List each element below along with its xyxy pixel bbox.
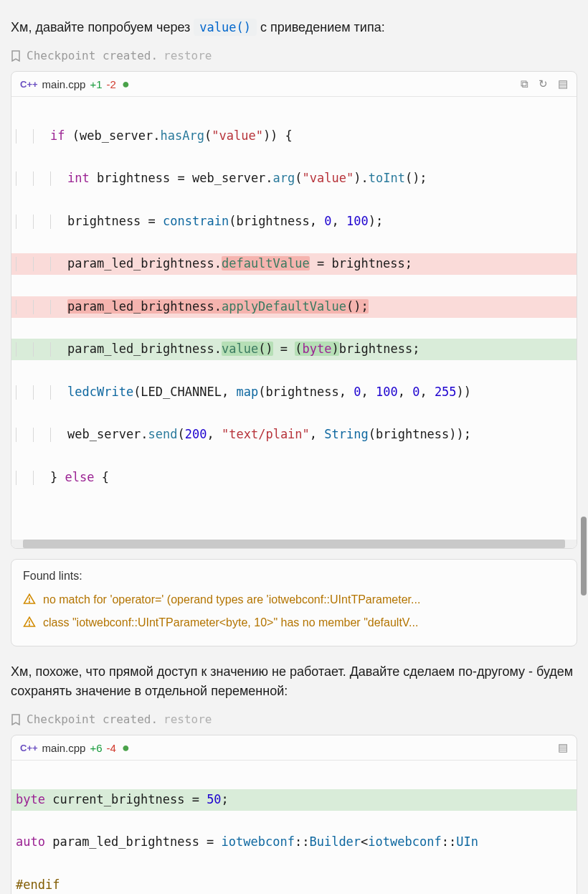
checkpoint-row: Checkpoint created. restore	[11, 49, 577, 62]
checkpoint-restore[interactable]: restore	[163, 712, 212, 726]
expand-icon[interactable]: ▤	[558, 77, 568, 90]
revert-icon[interactable]: ↻	[539, 77, 548, 90]
lint-item[interactable]: no match for 'operator=' (operand types …	[23, 591, 565, 608]
lints-title: Found lints:	[23, 570, 565, 583]
filename[interactable]: main.cpp	[42, 78, 86, 90]
checkpoint-row: Checkpoint created. restore	[11, 712, 577, 726]
bookmark-icon	[11, 50, 21, 62]
checkpoint-label: Checkpoint created.	[27, 712, 158, 726]
warning-icon	[23, 593, 36, 606]
copy-icon[interactable]: ⧉	[521, 77, 528, 90]
lines-added: +6	[90, 742, 102, 754]
diff-header: C++ main.cpp +6 -4 ● ▤	[11, 735, 577, 761]
inline-code: value()	[194, 19, 257, 36]
code-block[interactable]: if (web_server.hasArg("value")) { int br…	[11, 97, 577, 540]
svg-point-1	[29, 601, 30, 602]
lint-text: no match for 'operator=' (operand types …	[43, 591, 565, 608]
lines-added: +1	[90, 78, 102, 90]
diff-card: C++ main.cpp +1 -2 ● ⧉ ↻ ▤ if (web_serve…	[11, 71, 577, 549]
expand-icon[interactable]: ▤	[558, 741, 568, 754]
msg1-pre: Хм, давайте попробуем через	[11, 20, 194, 34]
warning-icon	[23, 616, 36, 629]
lines-removed: -2	[107, 78, 116, 90]
lint-item[interactable]: class "iotwebconf::UIntTParameter<byte, …	[23, 614, 565, 631]
checkpoint-restore[interactable]: restore	[163, 49, 212, 62]
lines-removed: -4	[107, 742, 116, 754]
lint-text: class "iotwebconf::UIntTParameter<byte, …	[43, 614, 565, 631]
diff-header: C++ main.cpp +1 -2 ● ⧉ ↻ ▤	[11, 72, 577, 97]
code-block[interactable]: byte current_brightness = 50; auto param…	[11, 761, 577, 894]
svg-point-3	[29, 624, 30, 625]
lang-badge: C++	[20, 743, 38, 753]
horizontal-scrollbar[interactable]	[11, 540, 577, 548]
checkpoint-label: Checkpoint created.	[27, 49, 158, 62]
msg1-post: с приведением типа:	[257, 20, 385, 34]
lints-panel: Found lints: no match for 'operator=' (o…	[11, 559, 577, 646]
assistant-message: Хм, давайте попробуем через value() с пр…	[11, 18, 577, 37]
bookmark-icon	[11, 714, 21, 725]
diff-card: C++ main.cpp +6 -4 ● ▤ byte current_brig…	[11, 735, 577, 894]
filename[interactable]: main.cpp	[42, 742, 86, 754]
page-scrollbar[interactable]	[581, 517, 587, 596]
lang-badge: C++	[20, 79, 38, 90]
assistant-message: Хм, похоже, что прямой доступ к значению…	[11, 662, 577, 701]
